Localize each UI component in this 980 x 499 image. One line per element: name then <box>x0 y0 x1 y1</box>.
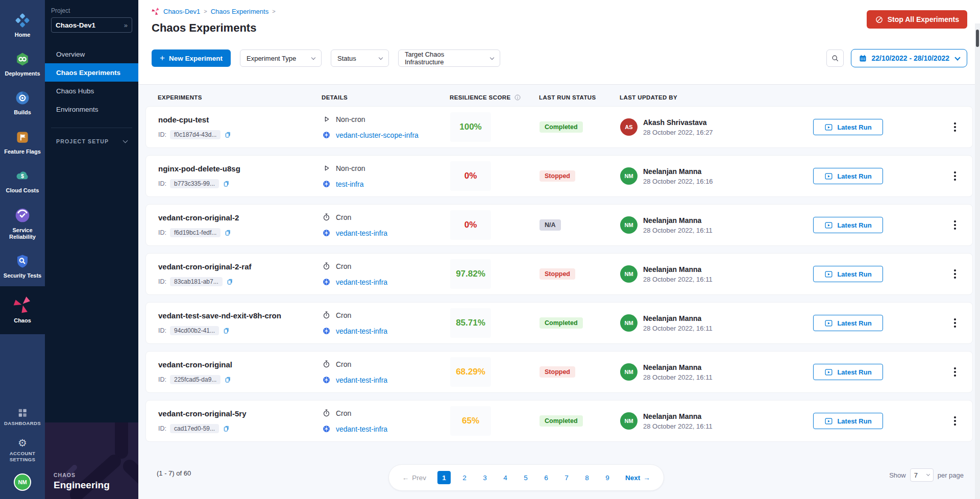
page-button-8[interactable]: 8 <box>580 471 594 484</box>
infrastructure-link[interactable]: test-infra <box>336 180 363 188</box>
page-header: Chaos-Dev1 > Chaos Experiments > Chaos E… <box>138 0 980 85</box>
per-page-select[interactable]: 7 <box>910 468 934 482</box>
menu-item-environments[interactable]: Environments <box>45 100 138 118</box>
copy-icon[interactable] <box>226 278 234 286</box>
experiment-name[interactable]: nginx-pod-delete-u8sg <box>158 164 322 173</box>
infrastructure-link[interactable]: vedant-test-infra <box>336 425 387 433</box>
updated-by-cell: NM Neelanjan Manna 28 October 2022, 16:1… <box>620 363 813 381</box>
copy-icon[interactable] <box>223 425 231 433</box>
experiment-name[interactable]: vedant-test-save-nd-exit-v8h-cron <box>158 311 322 320</box>
latest-run-button[interactable]: Latest Run <box>813 119 883 135</box>
page-button-3[interactable]: 3 <box>478 471 492 484</box>
page-button-5[interactable]: 5 <box>519 471 532 484</box>
page-button-7[interactable]: 7 <box>560 471 573 484</box>
date-range-picker[interactable]: 22/10/2022 - 28/10/2022 <box>851 49 967 67</box>
experiment-name[interactable]: vedant-cron-original-5ry <box>158 409 322 418</box>
chevron-down-icon <box>954 55 960 60</box>
table-header: EXPERIMENTS DETAILS RESILIENCE SCORE LAS… <box>145 85 973 106</box>
copy-icon[interactable] <box>224 229 232 237</box>
infrastructure-link[interactable]: vedant-test-infra <box>336 327 387 335</box>
next-page-button[interactable]: Next → <box>625 474 650 482</box>
sidebar-item-feature-flags[interactable]: Feature Flags <box>0 123 45 162</box>
experiment-name[interactable]: vedant-cron-original-2-raf <box>158 262 322 271</box>
latest-run-button[interactable]: Latest Run <box>813 364 883 380</box>
copy-icon[interactable] <box>223 327 231 335</box>
chevron-down-icon <box>926 472 930 476</box>
sidebar-item-deployments[interactable]: Deployments <box>0 45 45 84</box>
chevron-down-icon <box>379 55 383 59</box>
row-menu-cell <box>938 316 960 331</box>
scrollbar-track[interactable] <box>975 23 980 499</box>
sidebar-item-account-settings[interactable]: ⚙ ACCOUNT SETTINGS <box>4 432 41 468</box>
sidebar-item-security-tests[interactable]: Security Tests <box>0 247 45 286</box>
infrastructure-link[interactable]: vedant-test-infra <box>336 229 387 237</box>
infrastructure-link[interactable]: vedant-test-infra <box>336 376 387 384</box>
latest-run-button[interactable]: Latest Run <box>813 315 883 331</box>
experiment-id-value: b773c335-99... <box>170 179 219 188</box>
kebab-menu-icon[interactable] <box>950 316 960 331</box>
per-page-value: 7 <box>914 471 918 479</box>
copy-icon[interactable] <box>223 180 231 188</box>
menu-item-chaos-experiments[interactable]: Chaos Experiments <box>45 63 138 82</box>
copy-icon[interactable] <box>224 131 232 139</box>
plus-icon: + <box>160 53 165 63</box>
experiment-name[interactable]: node-cpu-test <box>158 115 322 124</box>
latest-run-icon <box>824 221 833 230</box>
prev-page-button[interactable]: ← Prev <box>402 474 426 482</box>
latest-run-button[interactable]: Latest Run <box>813 217 883 233</box>
page-button-1[interactable]: 1 <box>437 471 451 484</box>
stop-all-experiments-button[interactable]: Stop All Experiments <box>867 10 967 29</box>
details-cell: Non-cron test-infra <box>322 164 450 188</box>
user-avatar[interactable]: NM <box>14 473 31 491</box>
project-setup-toggle[interactable]: PROJECT SETUP <box>45 128 138 144</box>
sidebar-item-home[interactable]: Home <box>0 6 45 45</box>
latest-run-button[interactable]: Latest Run <box>813 413 883 429</box>
latest-run-label: Latest Run <box>837 123 871 131</box>
score-cell: 85.71% <box>450 308 540 338</box>
kebab-menu-icon[interactable] <box>950 169 960 184</box>
page-button-6[interactable]: 6 <box>540 471 553 484</box>
latest-run-button[interactable]: Latest Run <box>813 266 883 282</box>
target-infrastructure-filter[interactable]: Target Chaos Infrastructure <box>398 49 500 67</box>
kebab-menu-icon[interactable] <box>950 267 960 282</box>
cloud-costs-icon: $ <box>15 168 30 184</box>
page-button-4[interactable]: 4 <box>499 471 512 484</box>
kebab-menu-icon[interactable] <box>950 414 960 429</box>
kebab-menu-icon[interactable] <box>950 365 960 380</box>
breadcrumb-experiments-link[interactable]: Chaos Experiments <box>211 8 268 15</box>
info-icon[interactable] <box>514 94 521 101</box>
main-content: Chaos-Dev1 > Chaos Experiments > Chaos E… <box>138 0 980 499</box>
infrastructure-link[interactable]: vedant-test-infra <box>336 278 387 286</box>
sidebar-item-chaos[interactable]: Chaos <box>0 286 45 334</box>
table-row: node-cpu-test ID: f0c187d4-43d... <box>145 106 973 148</box>
sidebar-item-dashboards[interactable]: DASHBOARDS <box>3 402 42 432</box>
project-selector[interactable]: Chaos-Dev1 » <box>51 17 132 33</box>
score-cell: 100% <box>450 112 540 142</box>
scrollbar-thumb[interactable] <box>976 30 979 47</box>
rail-label: Deployments <box>5 70 40 77</box>
new-experiment-button[interactable]: + New Experiment <box>152 49 231 67</box>
search-button[interactable] <box>826 49 844 67</box>
experiment-name[interactable]: vedant-cron-original-2 <box>158 213 322 222</box>
menu-item-overview[interactable]: Overview <box>45 45 138 63</box>
schedule-type: Cron <box>336 213 351 221</box>
experiment-type-filter[interactable]: Experiment Type <box>240 49 322 67</box>
details-cell: Cron vedant-test-infra <box>322 213 450 237</box>
resilience-score-value: 0% <box>450 210 491 240</box>
experiment-name[interactable]: vedant-cron-original <box>158 360 322 369</box>
page-button-9[interactable]: 9 <box>601 471 614 484</box>
status-filter[interactable]: Status <box>331 49 389 67</box>
expand-projects-icon[interactable]: » <box>124 21 128 29</box>
infrastructure-link[interactable]: vedant-cluster-scope-infra <box>336 131 419 139</box>
copy-icon[interactable] <box>224 376 232 384</box>
kebab-menu-icon[interactable] <box>950 218 960 233</box>
kebab-menu-icon[interactable] <box>950 120 960 135</box>
sidebar-item-service-reliability[interactable]: Service Reliability <box>0 201 45 247</box>
sidebar-item-cloud-costs[interactable]: $ Cloud Costs <box>0 162 45 201</box>
breadcrumb-project-link[interactable]: Chaos-Dev1 <box>163 8 200 15</box>
experiment-cell: vedant-cron-original-5ry ID: cad17ed0-59… <box>158 409 322 433</box>
page-button-2[interactable]: 2 <box>458 471 471 484</box>
menu-item-chaos-hubs[interactable]: Chaos Hubs <box>45 82 138 100</box>
sidebar-item-builds[interactable]: Builds <box>0 84 45 122</box>
latest-run-button[interactable]: Latest Run <box>813 168 883 184</box>
